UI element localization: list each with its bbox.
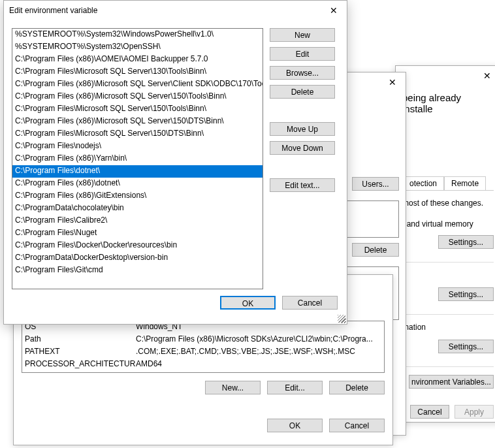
browse-button[interactable]: Browse... [270, 66, 335, 80]
users-button[interactable]: Users... [352, 177, 399, 191]
ok-button[interactable]: OK [220, 296, 276, 310]
path-list-item[interactable]: C:\Program Files (x86)\Yarn\bin\ [12, 153, 263, 165]
system-properties-dialog: ✕ being already installe otection Remote… [395, 65, 495, 423]
edit-button[interactable]: Edit... [267, 381, 323, 394]
move-down-button[interactable]: Move Down [270, 141, 335, 155]
path-list-item[interactable]: C:\ProgramData\chocolatey\bin [12, 202, 263, 215]
cancel-button[interactable]: Cancel [282, 296, 338, 310]
path-list-item[interactable]: C:\Program Files\Calibre2\ [12, 215, 263, 227]
close-icon[interactable]: ✕ [321, 1, 347, 20]
path-list-item[interactable]: C:\Program Files\Nuget [12, 227, 263, 240]
path-list-item[interactable]: %SYSTEMROOT%\System32\WindowsPowerShell\… [12, 29, 263, 41]
path-list-item[interactable]: C:\Program Files (x86)\dotnet\ [12, 178, 263, 190]
table-row[interactable]: PROCESSOR_ARCHITECTUREAMD64 [22, 359, 384, 371]
table-row[interactable]: PathC:\Program Files (x86)\Microsoft SDK… [22, 334, 384, 346]
path-list-item[interactable]: C:\Program Files\Microsoft SQL Server\15… [12, 103, 263, 116]
edit-button[interactable]: Edit [270, 47, 335, 61]
path-list-item[interactable]: C:\Program Files\Microsoft SQL Server\13… [12, 66, 263, 78]
info-text: most of these changes. [402, 199, 494, 208]
path-list-item[interactable]: C:\Program Files (x86)\AOMEI\AOMEI Backu… [12, 54, 263, 66]
dialog-title: Edit environment variable [9, 6, 97, 15]
settings-button[interactable]: Settings... [438, 287, 494, 301]
path-list-item[interactable]: C:\Program Files (x86)\Microsoft SQL Ser… [12, 78, 263, 91]
info-text: , and virtual memory [402, 219, 494, 229]
path-list-item[interactable]: C:\Program Files (x86)\Microsoft SQL Ser… [12, 91, 263, 103]
table-row[interactable]: PATHEXT.COM;.EXE;.BAT;.CMD;.VBS;.VBE;.JS… [22, 346, 384, 359]
cancel-button[interactable]: Cancel [410, 405, 449, 419]
ok-button[interactable]: OK [267, 419, 323, 432]
var-value: AMD64 [136, 359, 381, 370]
path-list-item[interactable]: C:\Program Files\dotnet\ [12, 165, 263, 178]
settings-button[interactable]: Settings... [438, 235, 494, 249]
apply-button[interactable]: Apply [455, 405, 494, 419]
var-name: PROCESSOR_ARCHITECTURE [25, 359, 136, 370]
path-listbox[interactable]: %SYSTEMROOT%\System32\WindowsPowerShell\… [12, 28, 263, 289]
path-list-item[interactable]: C:\Program Files\Docker\Docker\resources… [12, 240, 263, 252]
new-button[interactable]: New [270, 28, 335, 42]
tab-remote[interactable]: Remote [444, 176, 486, 190]
new-button[interactable]: New... [205, 381, 261, 394]
path-list-item[interactable]: C:\Program Files\nodejs\ [12, 140, 263, 153]
resize-grip[interactable] [338, 315, 345, 323]
edit-environment-variable-dialog: Edit environment variable ✕ %SYSTEMROOT%… [3, 0, 347, 325]
section-label: mation [402, 323, 494, 332]
var-value: C:\Program Files (x86)\Microsoft SDKs\Az… [136, 334, 381, 345]
path-list-item[interactable]: C:\ProgramData\DockerDesktop\version-bin [12, 252, 263, 264]
background-text: being already installe [402, 92, 494, 114]
path-list-item[interactable]: %SYSTEMROOT%\System32\OpenSSH\ [12, 41, 263, 54]
path-list-item[interactable]: C:\Program Files\Microsoft SQL Server\15… [12, 128, 263, 140]
delete-button[interactable]: Delete [270, 85, 335, 99]
var-value: .COM;.EXE;.BAT;.CMD;.VBS;.VBE;.JS;.JSE;.… [136, 347, 381, 358]
system-variables-table[interactable]: OSWindows_NTPathC:\Program Files (x86)\M… [22, 321, 385, 373]
move-up-button[interactable]: Move Up [270, 122, 335, 136]
path-list-item[interactable]: C:\Program Files\Git\cmd [12, 264, 263, 277]
delete-button[interactable]: Delete [352, 243, 399, 257]
delete-button[interactable]: Delete [329, 381, 385, 394]
var-name: PATHEXT [25, 347, 136, 358]
path-list-item[interactable]: C:\Program Files (x86)\GitExtensions\ [12, 190, 263, 202]
path-list-item[interactable]: C:\Program Files (x86)\Microsoft SQL Ser… [12, 116, 263, 128]
cancel-button[interactable]: Cancel [329, 419, 385, 432]
environment-variables-button[interactable]: nvironment Variables... [409, 375, 494, 389]
close-icon[interactable]: ✕ [474, 66, 495, 86]
tab-protection[interactable]: otection [402, 176, 444, 190]
settings-button[interactable]: Settings... [438, 340, 494, 353]
close-icon[interactable]: ✕ [379, 72, 406, 92]
var-name: Path [25, 334, 136, 345]
edit-text-button[interactable]: Edit text... [270, 178, 335, 192]
